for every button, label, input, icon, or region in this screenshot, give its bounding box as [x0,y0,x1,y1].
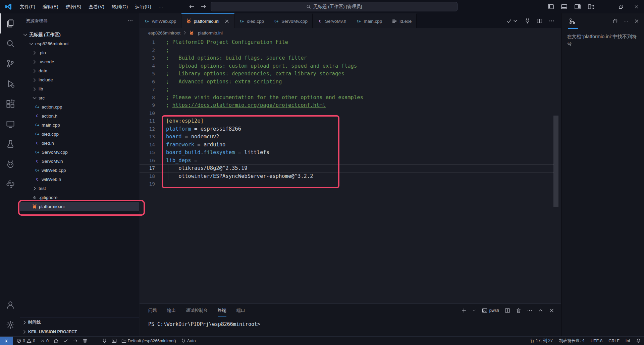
status-pio-remote[interactable]: 0 [38,337,51,345]
tab-wifiWeb.cpp[interactable]: C+wifiWeb.cpp [140,13,181,28]
window-minimize-button[interactable] [598,0,613,13]
split-terminal-icon[interactable] [505,308,510,313]
code-area[interactable]: 1; PlatformIO Project Configuration File… [140,39,554,188]
toggle-secondary-sidebar-icon[interactable] [574,3,581,10]
tree-item-oled.cpp[interactable]: C+oled.cpp [20,130,139,139]
terminal-dropdown-icon[interactable] [472,308,476,313]
code-line[interactable]: 13board = nodemcuv2 [140,133,554,141]
tree-item-wifiWeb.cpp[interactable]: C+wifiWeb.cpp [20,166,139,175]
run-task-button[interactable] [506,18,518,24]
code-line[interactable]: 11[env:esp12e] [140,117,554,125]
tree-item-.pio[interactable]: .pio [20,48,139,57]
status-pio-serial-monitor[interactable] [100,337,109,345]
tree-item-oled.h[interactable]: Coled.h [20,139,139,148]
status-pio-port-auto[interactable]: Auto [178,337,198,345]
activity-settings[interactable] [0,315,20,335]
status-pio-test[interactable] [90,337,100,345]
code-line[interactable]: 6; Advanced options: extra scripting [140,78,554,86]
new-terminal-icon[interactable] [461,308,467,313]
breadcrumb-file[interactable]: platformio.ini [198,30,223,36]
menu-item[interactable]: 运行(R) [131,4,155,9]
editor-scrollbar[interactable] [553,116,558,207]
tab-platformio.ini[interactable]: platformio.ini [181,13,235,28]
window-restore-button[interactable] [613,0,629,13]
tree-item-.vscode[interactable]: .vscode [20,57,139,66]
code-line[interactable]: 18 ottowinter/ESPAsyncWebServer-esphome@… [140,172,554,181]
tree-item-main.cpp[interactable]: C+main.cpp [20,121,139,130]
kill-terminal-icon[interactable] [516,308,521,313]
code-line[interactable]: 3; Build options: build flags, source fi… [140,54,554,62]
code-line[interactable]: 5; Library options: dependencies, extra … [140,70,554,78]
activity-platformio[interactable] [0,154,20,174]
sidebar-section-KEIL UVISION PROJECT[interactable]: KEIL UVISION PROJECT [20,327,139,336]
code-line[interactable]: 10 [140,110,554,118]
code-line[interactable]: 8; Please visit documentation for the ot… [140,94,554,102]
views-more-actions-icon[interactable] [127,18,133,24]
tab-ServoMv.h[interactable]: CServoMv.h [313,13,352,28]
code-line[interactable]: 19 [140,180,554,188]
code-line[interactable]: 15board_build.filesystem = littlefs [140,149,554,157]
code-line[interactable]: 9; https://docs.platformio.org/page/proj… [140,101,554,110]
status-cursor-position[interactable]: 行 17, 列 27 [528,337,556,345]
code-line[interactable]: 14framework = arduino [140,141,554,149]
status-pio-clean[interactable] [80,337,90,345]
menu-more[interactable]: ··· [155,4,167,9]
tab-main.cpp[interactable]: C+main.cpp [351,13,387,28]
code-line[interactable]: 16lib_deps = [140,157,554,165]
code-line[interactable]: 17 olikraus/U8g2@^2.35.19 [140,164,554,172]
code-line[interactable]: 2; [140,47,554,55]
panel-more-actions-icon[interactable] [527,308,532,313]
tree-item-.gitignore[interactable]: .gitignore [20,193,139,202]
breadcrumb-folder[interactable]: esp8266miniroot [148,30,180,36]
toggle-panel-icon[interactable] [561,3,568,10]
secondary-more-actions-icon[interactable] [623,18,629,24]
nav-back-icon[interactable] [189,0,195,13]
panel-tab-输出[interactable]: 输出 [167,304,176,317]
menu-item[interactable]: 转到(G) [108,4,131,9]
menu-item[interactable]: 查看(V) [85,4,108,9]
toggle-primary-sidebar-icon[interactable] [547,3,554,10]
code-line[interactable]: 7; [140,86,554,94]
status-eol[interactable]: CRLF [605,337,623,345]
tree-item-无标题 (工作区)[interactable]: 无标题 (工作区) [20,30,139,39]
menu-item[interactable]: 文件(F) [16,4,39,9]
terminal-output[interactable]: PS C:\WorkDir\PIOPrj\esp8266miniroot> [140,321,561,327]
activity-search[interactable] [0,33,20,54]
close-tab-icon[interactable] [224,19,229,24]
tab-oled.cpp[interactable]: C+oled.cpp [234,13,269,28]
activity-remote[interactable] [0,114,20,134]
status-problems[interactable]: 00 [14,337,38,345]
activity-run-debug[interactable] [0,74,20,94]
split-editor-icon[interactable] [537,18,542,24]
tree-item-test[interactable]: test [20,184,139,193]
activity-source-control[interactable] [0,54,20,74]
status-pio-env[interactable]: Default (esp8266miniroot) [119,337,178,345]
tree-item-esp8266miniroot[interactable]: esp8266miniroot [20,39,139,48]
menu-item[interactable]: 选择(S) [62,4,85,9]
terminal-instance-pwsh[interactable]: pwsh [482,308,499,313]
tree-item-action.cpp[interactable]: C+action.cpp [20,102,139,112]
code-line[interactable]: 1; PlatformIO Project Configuration File [140,39,554,47]
tree-item-ServoMv.cpp[interactable]: C+ServoMv.cpp [20,148,139,157]
activity-python[interactable] [0,174,20,194]
debug-plug-icon[interactable] [525,18,530,24]
tree-item-action.h[interactable]: Caction.h [20,112,139,121]
tree-item-lib[interactable]: lib [20,84,139,93]
status-language-mode[interactable]: Ini [623,337,633,345]
activity-testing[interactable] [0,134,20,154]
status-notifications[interactable] [633,337,644,345]
window-close-button[interactable] [629,0,644,13]
customize-layout-icon[interactable] [588,3,594,10]
command-center-search[interactable]: 无标题 (工作区) [管理员] [211,2,458,11]
sidebar-section-时间线[interactable]: 时间线 [20,318,139,327]
close-secondary-sidebar-icon[interactable] [634,18,639,24]
tab-ld.exe[interactable]: ld.exe [387,13,417,28]
code-line[interactable]: 4; Upload options: custom upload port, s… [140,62,554,70]
restore-views-icon[interactable] [612,18,618,24]
tree-item-wifiWeb.h[interactable]: CwifiWeb.h [20,175,139,184]
status-indentation[interactable]: 制表符长度: 4 [556,337,587,345]
outline-view-tab[interactable] [569,13,576,29]
code-line[interactable]: 12platform = espressif8266 [140,125,554,133]
tree-item-ServoMv.h[interactable]: CServoMv.h [20,157,139,166]
status-pio-terminal[interactable] [109,337,119,345]
